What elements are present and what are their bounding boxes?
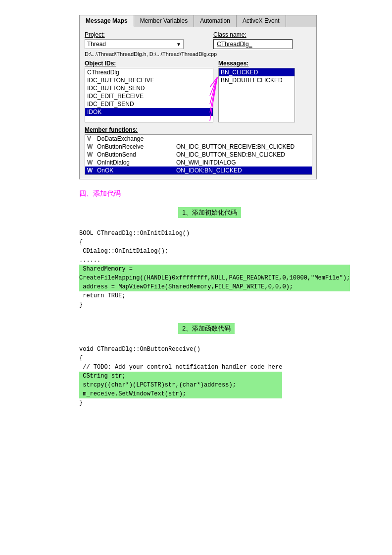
member-functions-section: Member functions: V DoDataExchange W OnB… bbox=[85, 126, 311, 175]
code-line: BOOL CThreadDlg::OnInitDialog() bbox=[79, 229, 350, 238]
member-handler: ON_IDC_BUTTON_SEND:BN_CLICKED bbox=[176, 151, 285, 158]
member-name: OnButtonReceive bbox=[97, 143, 176, 150]
code-block-1: BOOL CThreadDlg::OnInitDialog() { CDialo… bbox=[79, 229, 350, 309]
member-item-oninitdialog[interactable]: W OnInitDialog ON_WM_INITDIALOG bbox=[85, 159, 312, 166]
tab-member-variables[interactable]: Member Variables bbox=[134, 15, 194, 27]
code-line: void CThreadDlg::OnButtonReceive() bbox=[79, 345, 282, 354]
tab-message-maps[interactable]: Message Maps bbox=[80, 15, 134, 27]
code-line: SharedMemory = bbox=[79, 265, 350, 274]
dialog-panel: Message Maps Member Variables Automation… bbox=[79, 15, 317, 179]
code-line: { bbox=[79, 238, 350, 247]
list-item-bn-doubleclicked[interactable]: BN_DOUBLECLICKED bbox=[219, 76, 294, 84]
member-prefix: W bbox=[87, 159, 97, 166]
member-functions-list[interactable]: V DoDataExchange W OnButtonReceive ON_ID… bbox=[85, 134, 312, 175]
ids-messages-container: Object IDs: CThreadDlg IDC_BUTTON_RECEIV… bbox=[85, 60, 311, 122]
tab-activex-events[interactable]: ActiveX Event bbox=[237, 15, 286, 27]
code-line: m_receive.SetWindowText(str); bbox=[79, 389, 282, 398]
code-line: strcpy((char*)(LPCTSTR)str,(char*)addres… bbox=[79, 381, 282, 389]
member-prefix: W bbox=[87, 143, 97, 150]
member-handler: ON_IDOK:BN_CLICKED bbox=[176, 167, 242, 174]
list-item[interactable]: IDC_EDIT_RECEIVE bbox=[85, 92, 213, 100]
member-prefix: W bbox=[87, 151, 97, 158]
project-value: Thread bbox=[87, 41, 106, 48]
member-item-onok[interactable]: W OnOK ON_IDOK:BN_CLICKED bbox=[85, 166, 312, 174]
code-line: } bbox=[79, 398, 282, 407]
member-item-dodataexchange[interactable]: V DoDataExchange bbox=[85, 135, 312, 143]
class-name-value: CThreadDlg_ bbox=[213, 39, 293, 49]
tab-bar: Message Maps Member Variables Automation… bbox=[80, 15, 316, 27]
member-functions-label: Member functions: bbox=[85, 126, 311, 133]
list-item[interactable]: IDC_BUTTON_SEND bbox=[85, 84, 213, 92]
project-select[interactable]: Thread ▼ bbox=[85, 39, 184, 49]
code-line: // TODO: Add your control notification h… bbox=[79, 363, 282, 372]
member-name: OnInitDialog bbox=[97, 159, 176, 166]
member-name: DoDataExchange bbox=[97, 135, 176, 142]
code-line: address = MapViewOfFile(SharedMemory,FIL… bbox=[79, 282, 350, 291]
code-line: CreateFileMapping((HANDLE)0xffffffff,NUL… bbox=[79, 274, 350, 282]
section-heading: 四、添加代码 bbox=[79, 189, 121, 198]
member-item-onbuttonsend[interactable]: W OnButtonSend ON_IDC_BUTTON_SEND:BN_CLI… bbox=[85, 151, 312, 159]
list-item-bn-clicked[interactable]: BN_CLICKED bbox=[219, 68, 294, 76]
sub-heading-1: 1、添加初始化代码 bbox=[178, 207, 241, 218]
member-handler: ON_WM_INITDIALOG bbox=[176, 159, 236, 166]
project-label: Project: bbox=[85, 31, 203, 38]
tab-automation[interactable]: Automation bbox=[194, 15, 237, 27]
code-line: } bbox=[79, 300, 350, 309]
member-prefix: W bbox=[87, 167, 97, 174]
code-line: ...... bbox=[79, 256, 350, 265]
list-item[interactable]: CThreadDlg bbox=[85, 68, 213, 76]
member-handler: ON_IDC_BUTTON_RECEIVE:BN_CLICKED bbox=[176, 143, 294, 150]
object-ids-label: Object IDs: bbox=[85, 60, 213, 67]
list-item-idok[interactable]: IDOK bbox=[85, 108, 213, 116]
code-line: CString str; bbox=[79, 372, 282, 381]
list-item[interactable]: IDC_EDIT_SEND bbox=[85, 100, 213, 108]
class-name-label: Class name: bbox=[213, 31, 293, 38]
dropdown-arrow-icon: ▼ bbox=[176, 42, 181, 47]
code-line: CDialog::OnInitDialog(); bbox=[79, 247, 350, 256]
messages-label: Messages: bbox=[218, 60, 295, 67]
code-line: { bbox=[79, 354, 282, 363]
member-name: OnButtonSend bbox=[97, 151, 176, 158]
list-item[interactable]: IDC_BUTTON_RECEIVE bbox=[85, 76, 213, 84]
code-block-2: void CThreadDlg::OnButtonReceive() { // … bbox=[79, 345, 282, 407]
member-prefix: V bbox=[87, 135, 97, 142]
page-container: Message Maps Member Variables Automation… bbox=[0, 0, 392, 419]
member-name: OnOK bbox=[97, 167, 176, 174]
code-line: return TRUE; bbox=[79, 291, 350, 300]
member-item-onbuttonreceive[interactable]: W OnButtonReceive ON_IDC_BUTTON_RECEIVE:… bbox=[85, 143, 312, 151]
dialog-body: Project: Thread ▼ Class name: CThreadDlg… bbox=[80, 27, 316, 179]
object-ids-list[interactable]: CThreadDlg IDC_BUTTON_RECEIVE IDC_BUTTON… bbox=[85, 68, 213, 122]
messages-list[interactable]: BN_CLICKED BN_DOUBLECLICKED bbox=[218, 68, 295, 122]
file-path: D:\...\Thread\ThreadDlg.h, D:\...\Thread… bbox=[85, 51, 311, 57]
sub-heading-2: 2、添加函数代码 bbox=[178, 323, 235, 334]
